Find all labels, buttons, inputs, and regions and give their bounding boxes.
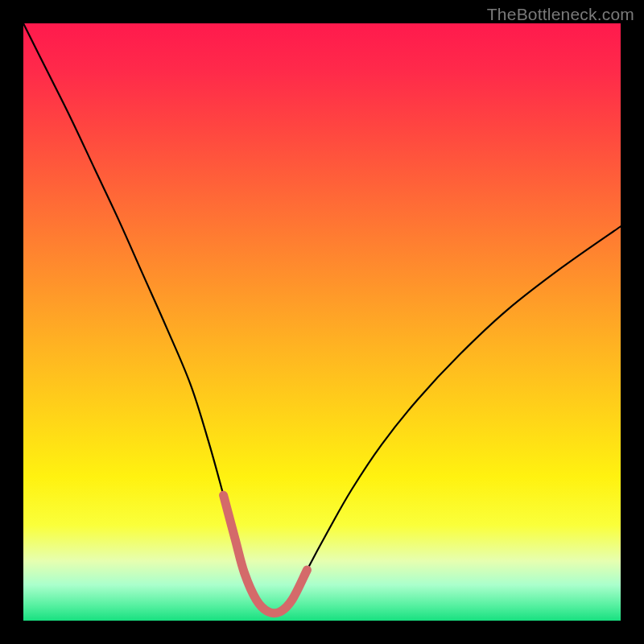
curve-layer xyxy=(23,23,621,621)
chart-frame: TheBottleneck.com xyxy=(0,0,644,644)
watermark-text: TheBottleneck.com xyxy=(487,5,634,24)
trough-highlight xyxy=(224,495,308,613)
bottleneck-curve xyxy=(23,23,621,613)
plot-area xyxy=(23,23,621,621)
